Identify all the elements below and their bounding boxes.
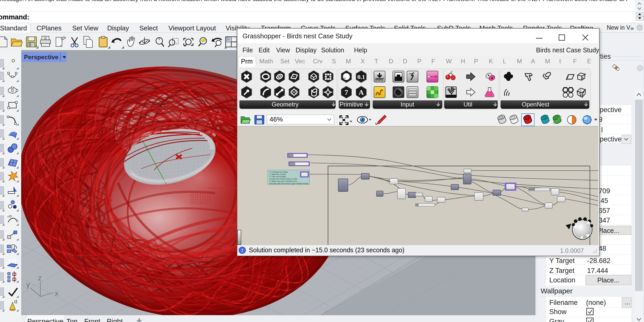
svg-text:!: !: [241, 248, 243, 253]
svg-text:To Change the shape :: To Change the shape :: [269, 171, 289, 173]
svg-text:a: a: [582, 76, 584, 80]
svg-text:1. Bake the Curves: 1. Bake the Curves: [269, 173, 286, 175]
svg-text:3. Make sure your Gumball is o: 3. Make sure your Gumball is on: [269, 180, 297, 182]
svg-text:z: z: [38, 274, 42, 282]
svg-text:and play with the points to ge: and play with the points to get multiple…: [269, 182, 309, 185]
svg-text:x: x: [55, 289, 58, 297]
svg-text:0.1: 0.1: [357, 74, 365, 80]
svg-text:curves and choose them in orde: curves and choose them in order: [269, 178, 298, 180]
svg-text:2. Click set multiple: 2. Click set multiple: [269, 175, 286, 178]
svg-text:±: ±: [158, 37, 160, 41]
svg-text:7: 7: [345, 88, 348, 96]
svg-text:A: A: [359, 88, 364, 96]
svg-text:y: y: [26, 281, 30, 289]
